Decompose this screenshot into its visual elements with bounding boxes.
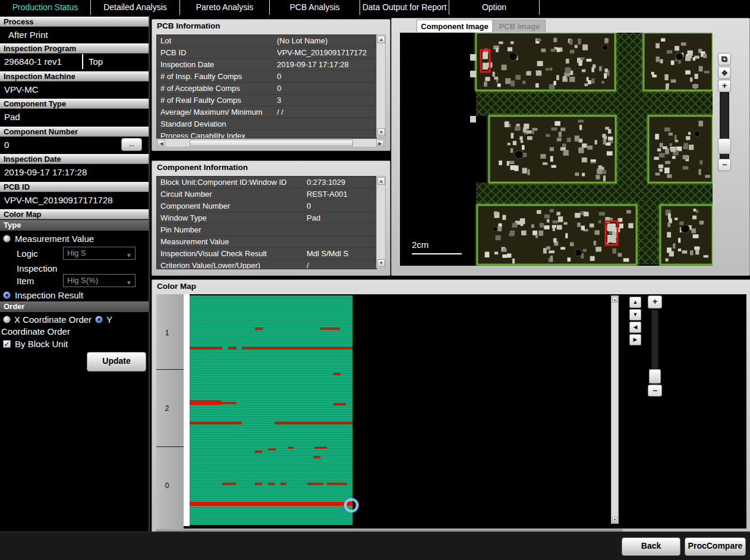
faulty-stripe[interactable] [288, 446, 294, 449]
faulty-stripe[interactable] [190, 347, 222, 350]
pcb-info-vscrollbar[interactable]: ▲ ▼ [376, 34, 386, 137]
faulty-stripe[interactable] [268, 448, 276, 451]
color-map-canvas: 120 ▲ ▼ ▲ ▼ ◀ ▶ + − [156, 294, 746, 528]
y-coordinate-order-radio[interactable] [95, 316, 103, 323]
faulty-stripe[interactable] [255, 451, 262, 453]
menu-pareto-analysis[interactable]: Pareto Analysis [180, 0, 270, 15]
table-row[interactable]: # of Acceptable Comps0 [157, 83, 376, 95]
pan-button[interactable]: ✥ [718, 67, 731, 79]
menu-detailed-analysis[interactable]: Detailed Analysis [91, 0, 180, 15]
faulty-stripe[interactable] [222, 483, 236, 485]
update-button[interactable]: Update [87, 352, 146, 372]
by-block-unit-option[interactable]: ✓ By Block Unit [0, 338, 152, 350]
inspection-item-dropdown[interactable]: Hig S(%) ▼ [63, 274, 135, 287]
scroll-down-button[interactable]: ▼ [612, 517, 617, 523]
table-row[interactable]: Average/ Maximum/ Minimum/ / [157, 106, 376, 118]
faulty-stripe[interactable] [190, 502, 352, 506]
scroll-down-button[interactable]: ▼ [377, 128, 385, 136]
pan-down-button[interactable]: ▼ [629, 309, 641, 320]
pcb-info-hscrollbar[interactable]: ◀ ▶ [156, 139, 385, 147]
scale-label: 2cm [412, 240, 428, 250]
table-row[interactable]: PCB IDVPV-MC_2019091717172 [157, 47, 376, 59]
selected-component-marker[interactable] [344, 498, 358, 512]
menu-option[interactable]: Option [449, 0, 540, 15]
faulty-stripe[interactable] [228, 347, 237, 350]
table-row[interactable]: Process Capability Index [157, 130, 376, 139]
menu-production-status[interactable]: Production Status [0, 0, 91, 15]
table-row[interactable]: Window TypePad [157, 212, 376, 224]
scroll-up-button[interactable]: ▲ [377, 36, 385, 43]
sidebar: Process After Print Inspection Program 2… [0, 15, 150, 531]
color-map-grid[interactable] [190, 295, 352, 525]
scroll-left-button[interactable]: ◀ [157, 140, 165, 146]
inspection-date-header: Inspection Date [0, 154, 149, 164]
map-zoom-in-button[interactable]: + [648, 295, 662, 309]
faulty-stripe[interactable] [268, 483, 275, 485]
scroll-up-button[interactable]: ▲ [612, 297, 617, 303]
faulty-stripe[interactable] [255, 483, 262, 485]
faulty-stripe[interactable] [307, 483, 323, 485]
cascade-windows-button[interactable]: ⧉ [718, 53, 731, 65]
faulty-stripe[interactable] [242, 347, 352, 350]
inspection-result-radio[interactable] [3, 291, 11, 299]
pan-right-button[interactable]: ▶ [629, 334, 641, 345]
scroll-down-button[interactable]: ▼ [377, 259, 385, 267]
row-label: Pin Number [157, 224, 307, 235]
faulty-stripe[interactable] [281, 483, 286, 485]
row-value: Pad [307, 212, 376, 224]
zoom-slider-thumb[interactable] [718, 139, 731, 154]
logic-dropdown[interactable]: Hig S ▼ [63, 247, 135, 260]
table-row[interactable]: # of Real Faulty Comps3 [157, 95, 376, 106]
tab-pcb-image[interactable]: PCB Image [493, 20, 546, 32]
faulty-stripe[interactable] [333, 403, 346, 405]
faulty-stripe[interactable] [221, 402, 237, 404]
faulty-stripe[interactable] [255, 328, 263, 330]
by-block-unit-checkbox[interactable]: ✓ [3, 340, 11, 348]
faulty-stripe[interactable] [275, 421, 352, 424]
faulty-stripe[interactable] [320, 328, 340, 330]
table-row[interactable]: Component Number0 [157, 200, 376, 212]
table-row[interactable]: Circuit NumberREST-A001 [157, 188, 376, 200]
table-row[interactable]: Standard Deviation [157, 118, 376, 130]
table-row[interactable]: Lot(No Lot Name) [157, 35, 376, 47]
zoom-out-button[interactable]: − [718, 159, 731, 171]
faulty-stripe[interactable] [190, 400, 221, 405]
table-row[interactable]: Block Unit:Component ID:Window ID0:273:1… [157, 177, 376, 188]
pan-left-button[interactable]: ◀ [629, 322, 641, 333]
back-button[interactable]: Back [622, 537, 680, 556]
inspection-result-option[interactable]: Inspection Result [0, 289, 152, 301]
component-number-browse-button[interactable]: ... [121, 138, 142, 151]
row-value: 2019-09-17 17:17:28 [277, 59, 376, 70]
footer-bar: Back ProcCompare [0, 531, 750, 560]
component-image-view[interactable]: 2cm [400, 33, 713, 266]
faulty-stripe[interactable] [190, 421, 242, 424]
map-zoom-out-button[interactable]: − [648, 385, 662, 397]
row-label: Measurement Value [157, 236, 307, 247]
table-row[interactable]: Inspection Date2019-09-17 17:17:28 [157, 59, 376, 71]
map-zoom-slider-thumb[interactable] [649, 369, 661, 383]
faulty-stripe[interactable] [327, 483, 347, 485]
faulty-stripe[interactable] [314, 446, 327, 449]
scroll-right-button[interactable]: ▶ [376, 140, 384, 146]
faulty-stripe[interactable] [313, 456, 320, 458]
tab-component-image[interactable]: Component Image [417, 20, 493, 32]
zoom-in-button[interactable]: + [718, 80, 731, 92]
table-row[interactable]: # of Insp. Faulty Comps0 [157, 71, 376, 83]
color-map-vscrollbar[interactable]: ▲ ▼ [611, 295, 619, 524]
menu-pcb-analysis[interactable]: PCB Analysis [270, 0, 360, 15]
table-row[interactable]: Criterion Value(Lower/Upper)/ [157, 260, 376, 269]
table-row[interactable]: Inspection/Visual Check ResultMdl S/Mdl … [157, 248, 376, 260]
x-coordinate-order-radio[interactable] [3, 316, 11, 323]
menu-data-output[interactable]: Data Output for Report [360, 0, 449, 15]
coordinate-order-row: X Coordinate Order Y [0, 313, 152, 325]
faulty-stripe[interactable] [333, 373, 341, 375]
measurement-value-option[interactable]: Measurement Value [0, 232, 152, 244]
comp-info-vscrollbar[interactable]: ▲ ▼ [376, 176, 386, 268]
hscroll-thumb[interactable] [190, 140, 353, 146]
scroll-up-button[interactable]: ▲ [377, 177, 385, 185]
table-row[interactable]: Measurement Value [157, 236, 376, 248]
table-row[interactable]: Pin Number [157, 224, 376, 236]
measurement-value-radio[interactable] [3, 235, 11, 243]
pan-up-button[interactable]: ▲ [629, 297, 641, 308]
proc-compare-button[interactable]: ProcCompare [685, 537, 746, 556]
